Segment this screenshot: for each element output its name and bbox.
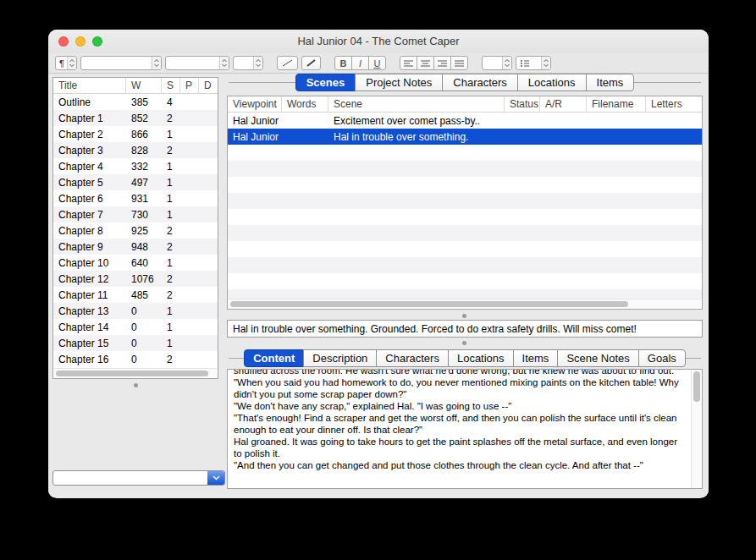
detail-tab-items[interactable]: Items [513,349,559,367]
line-spacing-dropdown[interactable] [482,56,512,70]
chapter-table-body: Outline3854Chapter 18522Chapter 28661Cha… [53,94,218,367]
line-tool-button[interactable] [277,56,298,70]
detail-tab-description[interactable]: Description [303,349,377,367]
scene-column-header[interactable]: Letters [646,96,702,112]
chapter-cell: 332 [126,161,162,173]
left-splitter-handle[interactable] [134,383,138,387]
chapter-table-hscrollbar[interactable] [54,368,217,377]
scene-summary-input[interactable] [227,320,703,338]
detail-tab-content[interactable]: Content [244,349,304,367]
scene-row-empty[interactable] [228,225,702,241]
tab-items[interactable]: Items [586,74,635,91]
scene-column-header[interactable]: Words [282,96,328,112]
chapter-cell: Chapter 11 [53,289,126,301]
scene-row-empty[interactable] [228,161,702,177]
scene-column-header[interactable]: Viewpoint [228,96,282,112]
chapter-row[interactable]: Outline3854 [53,94,218,110]
chapter-row[interactable]: Chapter 69311 [53,190,218,206]
scene-cell: Hal Junior [228,131,282,143]
scene-row-empty[interactable] [228,241,702,257]
bold-button[interactable]: B [334,56,352,70]
italic-button[interactable]: I [351,56,369,70]
traffic-lights [58,36,102,47]
font-family-dropdown[interactable] [80,56,162,70]
tab-characters[interactable]: Characters [442,74,518,91]
chapter-column-header[interactable]: D [199,78,218,93]
chapter-column-header[interactable]: Title [53,78,126,93]
minimize-button[interactable] [75,36,86,47]
scene-row[interactable]: Hal JuniorExcitement over comet pass-by.… [228,113,702,129]
font-style-dropdown[interactable] [165,56,229,70]
scene-splitter-handle[interactable] [462,314,466,318]
chapter-cell: 925 [126,225,162,237]
chapter-row[interactable]: Chapter 1301 [53,303,218,319]
titlebar[interactable]: Hal Junior 04 - The Comet Caper [48,30,709,53]
chapter-cell: Chapter 7 [53,209,126,221]
chapter-row[interactable]: Chapter 43321 [53,158,218,174]
strike-line-tool-button[interactable] [301,56,321,70]
scrollbar-thumb[interactable] [56,371,208,376]
close-button[interactable] [58,36,69,47]
chapter-cell: 1 [162,305,180,317]
chapter-column-header[interactable]: P [180,78,199,93]
scene-row[interactable]: Hal JuniorHal in trouble over something. [228,129,702,145]
chapter-row[interactable]: Chapter 54971 [53,174,218,190]
zoom-button[interactable] [92,36,102,47]
align-justify-icon [454,59,465,68]
scene-row-empty[interactable] [228,145,702,161]
align-justify-button[interactable] [450,56,468,70]
chapter-column-header[interactable]: S [162,78,180,93]
align-center-button[interactable] [417,56,434,70]
text-style-group: B I U [334,56,386,70]
scene-column-header[interactable]: Status [505,96,540,112]
chapter-row[interactable]: Chapter 38282 [53,142,218,158]
tab-locations[interactable]: Locations [517,74,587,91]
tab-scenes[interactable]: Scenes [295,74,356,91]
chapter-cell: 497 [126,177,162,189]
scrollbar-thumb[interactable] [693,371,700,402]
chapter-row[interactable]: Chapter 28661 [53,126,218,142]
detail-tab-scene-notes[interactable]: Scene Notes [557,349,638,367]
chapter-row[interactable]: Chapter 89252 [53,222,218,239]
font-size-dropdown[interactable] [233,56,263,70]
content-vscrollbar[interactable] [691,370,702,488]
scrollbar-thumb[interactable] [230,301,628,307]
scene-column-header[interactable]: Filename [587,96,646,112]
scene-table-hscrollbar[interactable] [229,299,701,308]
scene-row-empty[interactable] [228,193,702,209]
content-paragraph: shuffled across the room. He wasn't sure… [234,370,687,376]
chapter-row[interactable]: Chapter 1501 [53,335,218,351]
detail-tab-locations[interactable]: Locations [448,349,514,367]
chapter-cell: Chapter 9 [53,241,126,253]
chapter-row[interactable]: Chapter 18522 [53,110,218,126]
chapter-cell: Chapter 14 [53,321,126,333]
detail-splitter-handle[interactable] [462,341,466,345]
scene-row-empty[interactable] [228,177,702,193]
scene-content-text[interactable]: shuffled across the room. He wasn't sure… [228,370,691,488]
quick-select-dropdown[interactable] [52,470,225,486]
scene-row-empty[interactable] [228,289,702,299]
chapter-row[interactable]: Chapter 99482 [53,239,218,255]
chapter-row[interactable]: Chapter 106401 [53,255,218,271]
format-toolbar: ¶ B I U [48,53,709,74]
chapter-cell: 1 [162,338,180,349]
align-right-button[interactable] [433,56,451,70]
underline-button[interactable]: U [368,56,386,70]
chapter-column-header[interactable]: W [126,78,162,93]
chapter-row[interactable]: Chapter 1210762 [53,271,218,287]
detail-tab-characters[interactable]: Characters [376,349,449,367]
detail-tab-goals[interactable]: Goals [638,349,686,367]
tab-project-notes[interactable]: Project Notes [355,74,443,91]
chapter-row[interactable]: Chapter 1401 [53,319,218,335]
align-left-button[interactable] [400,56,417,70]
scene-column-header[interactable]: Scene [328,96,505,112]
chapter-row[interactable]: Chapter 114852 [53,287,218,303]
chapter-row[interactable]: Chapter 77301 [53,206,218,222]
scene-row-empty[interactable] [228,273,702,289]
list-style-dropdown[interactable] [516,56,551,70]
scene-column-header[interactable]: A/R [540,96,587,112]
scene-row-empty[interactable] [228,257,702,273]
paragraph-style-dropdown[interactable]: ¶ [55,56,77,70]
chapter-row[interactable]: Chapter 1602 [53,351,218,367]
scene-row-empty[interactable] [228,209,702,225]
